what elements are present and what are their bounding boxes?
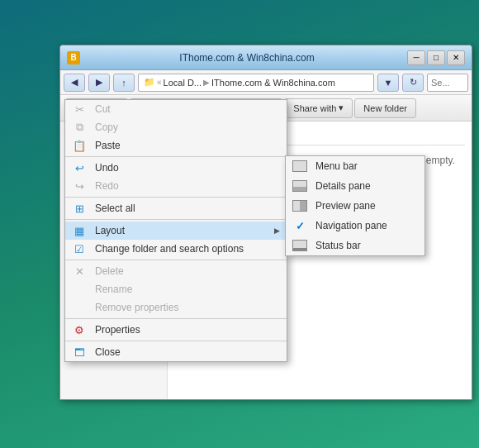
menu-item-close[interactable]: 🗔 Close: [65, 343, 287, 361]
navigation-pane-label: Navigation pane: [315, 220, 387, 231]
address-bar: ◀ ▶ ↑ 📁 « Local D... ▶ IThome.com & Win8…: [60, 70, 472, 95]
share-with-label: Share with: [293, 103, 336, 113]
menu-item-select-all[interactable]: ⊞ Select all: [65, 199, 287, 217]
menu-item-delete[interactable]: ✕ Delete: [65, 262, 287, 280]
breadcrumb-part-3: IThome.com & Win8china.com: [211, 78, 335, 88]
maximize-button[interactable]: □: [427, 50, 445, 65]
menu-item-paste[interactable]: 📋 Paste: [65, 136, 287, 155]
submenu-item-preview-pane[interactable]: Preview pane: [286, 196, 424, 216]
breadcrumb: 📁 « Local D... ▶ IThome.com & Win8china.…: [144, 77, 335, 88]
select-all-icon: ⊞: [72, 201, 87, 216]
menu-separator-2: [65, 197, 287, 198]
remove-props-icon: [72, 300, 87, 315]
submenu-item-details-pane[interactable]: Details pane: [286, 176, 424, 196]
close-window-icon: 🗔: [72, 345, 87, 360]
layout-submenu: Menu bar Details pane Preview pane ✓ Nav…: [285, 155, 425, 256]
refresh-button[interactable]: ↻: [402, 74, 424, 92]
submenu-item-status-bar[interactable]: Status bar: [286, 236, 424, 255]
cut-label: Cut: [95, 103, 111, 115]
menu-item-redo[interactable]: ↪ Redo: [65, 177, 287, 195]
new-folder-label: New folder: [363, 103, 407, 113]
share-with-arrow-icon: ▾: [339, 102, 344, 113]
preview-pane-label: Preview pane: [315, 200, 376, 212]
minimize-button[interactable]: ─: [407, 50, 425, 65]
details-pane-icon: [292, 180, 307, 192]
paste-label: Paste: [95, 140, 121, 151]
back-button[interactable]: ◀: [64, 74, 85, 92]
layout-icon: ▦: [72, 223, 87, 238]
redo-label: Redo: [95, 180, 119, 192]
search-input[interactable]: [427, 74, 468, 92]
title-bar: B IThome.com & Win8china.com ─ □ ✕: [60, 45, 472, 70]
menu-item-undo[interactable]: ↩ Undo: [65, 159, 287, 177]
copy-label: Copy: [95, 122, 118, 133]
copy-icon: ⧉: [72, 120, 87, 135]
submenu-item-navigation-pane[interactable]: ✓ Navigation pane: [286, 216, 424, 236]
menu-separator-5: [65, 318, 287, 319]
layout-label: Layout: [95, 225, 125, 236]
window-title: IThome.com & Win8china.com: [87, 52, 407, 64]
up-button[interactable]: ↑: [113, 74, 135, 92]
folder-options-icon: ☑: [72, 241, 87, 256]
close-label: Close: [95, 346, 121, 358]
share-with-button[interactable]: Share with ▾: [284, 98, 353, 118]
status-bar-label: Status bar: [315, 240, 361, 251]
menu-separator-1: [65, 156, 287, 157]
window-icon: B: [67, 51, 80, 64]
status-bar-icon: [292, 240, 307, 251]
menu-separator-6: [65, 341, 287, 341]
menu-separator-4: [65, 260, 287, 260]
menu-separator-3: [65, 219, 287, 220]
undo-label: Undo: [95, 162, 119, 174]
menu-item-rename[interactable]: Rename: [65, 280, 287, 298]
rename-label: Rename: [95, 284, 132, 295]
remove-properties-label: Remove properties: [95, 302, 178, 313]
forward-button[interactable]: ▶: [88, 74, 110, 92]
address-field[interactable]: 📁 « Local D... ▶ IThome.com & Win8china.…: [138, 74, 374, 92]
new-folder-button[interactable]: New folder: [354, 98, 416, 118]
context-menu: ✂ Cut ⧉ Copy 📋 Paste ↩ Undo ↪ Redo ⊞ Sel…: [64, 99, 287, 362]
menu-item-remove-properties[interactable]: Remove properties: [65, 298, 287, 317]
menu-bar-icon: [292, 160, 307, 172]
rename-icon: [72, 282, 87, 297]
breadcrumb-part-1: 📁: [144, 77, 155, 88]
breadcrumb-part-2: Local D...: [164, 78, 202, 88]
layout-submenu-arrow: ▶: [274, 226, 280, 235]
close-button[interactable]: ✕: [447, 50, 465, 65]
menu-item-properties[interactable]: ⚙ Properties: [65, 321, 287, 339]
menu-bar-label: Menu bar: [315, 160, 358, 172]
menu-item-layout[interactable]: ▦ Layout ▶: [65, 222, 287, 240]
properties-label: Properties: [95, 324, 140, 336]
menu-item-cut[interactable]: ✂ Cut: [65, 100, 287, 118]
delete-icon: ✕: [72, 264, 87, 279]
redo-icon: ↪: [72, 179, 87, 193]
preview-pane-icon: [292, 200, 307, 212]
navigation-pane-check-icon: ✓: [292, 218, 307, 233]
undo-icon: ↩: [72, 160, 87, 175]
select-all-label: Select all: [95, 203, 135, 214]
address-dropdown-button[interactable]: ▼: [377, 74, 399, 92]
delete-label: Delete: [95, 265, 124, 277]
window-controls: ─ □ ✕: [407, 50, 465, 65]
submenu-item-menu-bar[interactable]: Menu bar: [286, 156, 424, 176]
scissors-icon: ✂: [72, 102, 87, 117]
menu-item-change-folder[interactable]: ☑ Change folder and search options: [65, 240, 287, 258]
properties-icon: ⚙: [72, 322, 87, 337]
menu-item-copy[interactable]: ⧉ Copy: [65, 118, 287, 136]
change-folder-label: Change folder and search options: [95, 243, 244, 255]
details-pane-label: Details pane: [315, 180, 371, 192]
paste-icon: 📋: [72, 138, 87, 153]
